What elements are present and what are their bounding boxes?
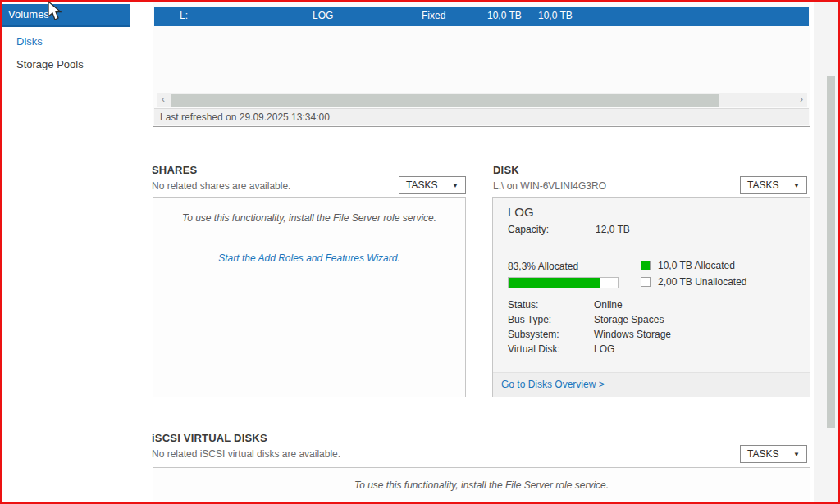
iscsi-empty-panel: To use this functionality, install the F… (153, 467, 810, 504)
sidebar-item-label: Storage Pools (16, 58, 84, 70)
volume-provisioning: Fixed (422, 10, 445, 21)
volume-drive-letter: L: (180, 10, 188, 21)
horizontal-scrollbar-thumb[interactable] (171, 94, 719, 107)
disk-tasks-button[interactable]: TASKS ▼ (740, 176, 807, 194)
chevron-down-icon: ▼ (793, 451, 800, 458)
sidebar-item-storage-pools[interactable]: Storage Pools (16, 58, 84, 70)
shares-section-subtitle: No related shares are available. (152, 180, 290, 192)
detail-value: LOG (594, 343, 614, 355)
sidebar-divider (130, 2, 130, 502)
disk-tile-footer: Go to Disks Overview > (493, 372, 810, 397)
horizontal-scrollbar[interactable]: ‹ › (158, 93, 807, 107)
disk-detail-tile: LOG Capacity: 12,0 TB 83,3% Allocated 10… (492, 197, 810, 397)
allocation-progress-fill (509, 278, 600, 288)
detail-label: Bus Type: (508, 314, 579, 325)
disk-detail-virtual-disk: Virtual Disk: LOG (508, 343, 579, 355)
disk-detail-subsystem: Subsystem: Windows Storage (508, 329, 579, 340)
last-refreshed-status: Last refreshed on 29.09.2025 13:34:00 (154, 108, 809, 125)
tasks-button-label: TASKS (747, 448, 778, 460)
chevron-down-icon: ▼ (452, 182, 459, 189)
shares-section-title: SHARES (152, 164, 197, 176)
detail-label: Virtual Disk: (508, 343, 579, 355)
unallocated-swatch-icon (641, 277, 651, 287)
disk-name: LOG (508, 205, 534, 219)
shares-tasks-button[interactable]: TASKS ▼ (399, 176, 466, 194)
detail-value: Storage Spaces (594, 314, 664, 325)
scroll-right-icon[interactable]: › (796, 93, 807, 107)
sidebar-item-volumes[interactable]: Volumes (2, 4, 130, 27)
detail-label: Status: (508, 299, 579, 311)
disk-detail-status: Status: Online (508, 299, 579, 311)
tasks-button-label: TASKS (747, 179, 778, 191)
disk-detail-bus-type: Bus Type: Storage Spaces (508, 314, 579, 325)
allocation-progress-bar (508, 277, 619, 288)
tasks-button-label: TASKS (406, 179, 437, 191)
scroll-left-icon[interactable]: ‹ (158, 93, 169, 107)
legend-unallocated-label: 2,00 TB Unallocated (658, 276, 747, 288)
vertical-scrollbar-thumb[interactable] (827, 76, 835, 428)
iscsi-section-subtitle: No related iSCSI virtual disks are avail… (152, 448, 340, 460)
chevron-down-icon: ▼ (793, 182, 800, 189)
add-roles-wizard-link[interactable]: Start the Add Roles and Features Wizard. (153, 252, 465, 264)
sidebar-item-label: Volumes (8, 8, 49, 20)
detail-value: Windows Storage (594, 329, 671, 340)
iscsi-section-title: iSCSI VIRTUAL DISKS (152, 432, 267, 444)
detail-label: Subsystem: (508, 329, 579, 340)
sidebar-item-label: Disks (16, 35, 43, 48)
legend-allocated-label: 10,0 TB Allocated (658, 260, 735, 271)
sidebar: Volumes Disks Storage Pools (2, 2, 130, 502)
iscsi-tasks-button[interactable]: TASKS ▼ (740, 445, 807, 463)
detail-value: Online (594, 299, 623, 311)
volumes-list-panel: L: LOG Fixed 10,0 TB 10,0 TB ‹ › Last re… (153, 2, 810, 127)
shares-empty-panel: To use this functionality, install the F… (153, 197, 466, 397)
volume-name: LOG (313, 10, 333, 21)
vertical-scrollbar-track[interactable] (814, 2, 838, 502)
capacity-value: 12,0 TB (596, 224, 630, 235)
shares-empty-message: To use this functionality, install the F… (153, 212, 465, 224)
disk-section-subtitle: L:\ on WIN-6VLINI4G3RO (493, 180, 606, 192)
sidebar-item-disks[interactable]: Disks (16, 35, 43, 48)
volume-capacity: 10,0 TB (487, 10, 522, 21)
volume-free-space: 10,0 TB (538, 10, 573, 21)
capacity-label: Capacity: (508, 224, 549, 235)
go-to-disks-overview-link[interactable]: Go to Disks Overview > (501, 379, 605, 390)
allocated-swatch-icon (641, 261, 651, 270)
allocated-percent-label: 83,3% Allocated (508, 261, 578, 272)
disk-section-title: DISK (493, 164, 519, 176)
volume-row-selected[interactable]: L: LOG Fixed 10,0 TB 10,0 TB (154, 7, 809, 26)
iscsi-empty-message: To use this functionality, install the F… (153, 479, 810, 491)
